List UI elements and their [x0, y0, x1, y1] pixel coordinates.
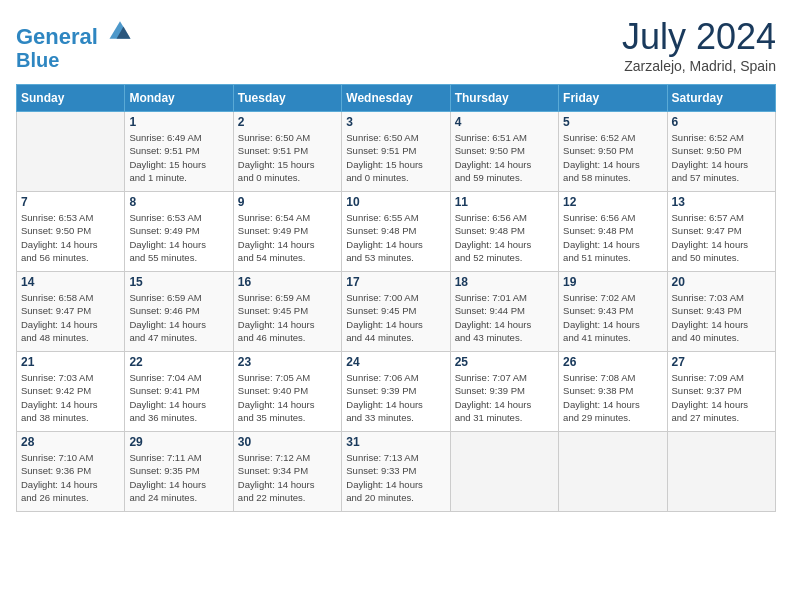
day-info: Sunrise: 7:02 AM Sunset: 9:43 PM Dayligh…	[563, 291, 662, 344]
day-cell: 3Sunrise: 6:50 AM Sunset: 9:51 PM Daylig…	[342, 112, 450, 192]
day-cell: 26Sunrise: 7:08 AM Sunset: 9:38 PM Dayli…	[559, 352, 667, 432]
day-number: 9	[238, 195, 337, 209]
day-info: Sunrise: 7:10 AM Sunset: 9:36 PM Dayligh…	[21, 451, 120, 504]
day-cell: 30Sunrise: 7:12 AM Sunset: 9:34 PM Dayli…	[233, 432, 341, 512]
day-number: 28	[21, 435, 120, 449]
day-info: Sunrise: 7:05 AM Sunset: 9:40 PM Dayligh…	[238, 371, 337, 424]
location: Zarzalejo, Madrid, Spain	[622, 58, 776, 74]
day-number: 26	[563, 355, 662, 369]
day-number: 1	[129, 115, 228, 129]
day-cell: 28Sunrise: 7:10 AM Sunset: 9:36 PM Dayli…	[17, 432, 125, 512]
day-cell: 29Sunrise: 7:11 AM Sunset: 9:35 PM Dayli…	[125, 432, 233, 512]
col-header-monday: Monday	[125, 85, 233, 112]
day-cell: 16Sunrise: 6:59 AM Sunset: 9:45 PM Dayli…	[233, 272, 341, 352]
day-number: 17	[346, 275, 445, 289]
logo-icon	[106, 16, 134, 44]
week-row-3: 14Sunrise: 6:58 AM Sunset: 9:47 PM Dayli…	[17, 272, 776, 352]
day-info: Sunrise: 6:56 AM Sunset: 9:48 PM Dayligh…	[563, 211, 662, 264]
day-info: Sunrise: 6:57 AM Sunset: 9:47 PM Dayligh…	[672, 211, 771, 264]
day-info: Sunrise: 7:01 AM Sunset: 9:44 PM Dayligh…	[455, 291, 554, 344]
logo-line1: General	[16, 24, 98, 49]
day-cell: 20Sunrise: 7:03 AM Sunset: 9:43 PM Dayli…	[667, 272, 775, 352]
day-cell: 5Sunrise: 6:52 AM Sunset: 9:50 PM Daylig…	[559, 112, 667, 192]
day-cell: 6Sunrise: 6:52 AM Sunset: 9:50 PM Daylig…	[667, 112, 775, 192]
day-cell: 24Sunrise: 7:06 AM Sunset: 9:39 PM Dayli…	[342, 352, 450, 432]
day-number: 15	[129, 275, 228, 289]
day-cell: 7Sunrise: 6:53 AM Sunset: 9:50 PM Daylig…	[17, 192, 125, 272]
day-cell: 25Sunrise: 7:07 AM Sunset: 9:39 PM Dayli…	[450, 352, 558, 432]
day-number: 3	[346, 115, 445, 129]
day-info: Sunrise: 6:52 AM Sunset: 9:50 PM Dayligh…	[563, 131, 662, 184]
day-number: 11	[455, 195, 554, 209]
day-info: Sunrise: 7:08 AM Sunset: 9:38 PM Dayligh…	[563, 371, 662, 424]
day-cell: 14Sunrise: 6:58 AM Sunset: 9:47 PM Dayli…	[17, 272, 125, 352]
day-cell	[17, 112, 125, 192]
day-cell	[559, 432, 667, 512]
title-block: July 2024 Zarzalejo, Madrid, Spain	[622, 16, 776, 74]
day-cell: 8Sunrise: 6:53 AM Sunset: 9:49 PM Daylig…	[125, 192, 233, 272]
logo-text: General	[16, 16, 134, 49]
day-cell	[450, 432, 558, 512]
page-header: General Blue July 2024 Zarzalejo, Madrid…	[16, 16, 776, 74]
week-row-4: 21Sunrise: 7:03 AM Sunset: 9:42 PM Dayli…	[17, 352, 776, 432]
day-cell: 31Sunrise: 7:13 AM Sunset: 9:33 PM Dayli…	[342, 432, 450, 512]
day-info: Sunrise: 6:53 AM Sunset: 9:49 PM Dayligh…	[129, 211, 228, 264]
calendar-body: 1Sunrise: 6:49 AM Sunset: 9:51 PM Daylig…	[17, 112, 776, 512]
day-number: 4	[455, 115, 554, 129]
day-cell: 17Sunrise: 7:00 AM Sunset: 9:45 PM Dayli…	[342, 272, 450, 352]
day-cell: 21Sunrise: 7:03 AM Sunset: 9:42 PM Dayli…	[17, 352, 125, 432]
day-cell: 9Sunrise: 6:54 AM Sunset: 9:49 PM Daylig…	[233, 192, 341, 272]
day-info: Sunrise: 6:50 AM Sunset: 9:51 PM Dayligh…	[238, 131, 337, 184]
week-row-2: 7Sunrise: 6:53 AM Sunset: 9:50 PM Daylig…	[17, 192, 776, 272]
day-number: 5	[563, 115, 662, 129]
day-info: Sunrise: 7:12 AM Sunset: 9:34 PM Dayligh…	[238, 451, 337, 504]
day-number: 12	[563, 195, 662, 209]
day-info: Sunrise: 7:04 AM Sunset: 9:41 PM Dayligh…	[129, 371, 228, 424]
day-info: Sunrise: 7:09 AM Sunset: 9:37 PM Dayligh…	[672, 371, 771, 424]
col-header-sunday: Sunday	[17, 85, 125, 112]
day-number: 18	[455, 275, 554, 289]
day-info: Sunrise: 7:00 AM Sunset: 9:45 PM Dayligh…	[346, 291, 445, 344]
calendar-table: SundayMondayTuesdayWednesdayThursdayFrid…	[16, 84, 776, 512]
col-header-tuesday: Tuesday	[233, 85, 341, 112]
day-info: Sunrise: 6:59 AM Sunset: 9:45 PM Dayligh…	[238, 291, 337, 344]
day-cell: 22Sunrise: 7:04 AM Sunset: 9:41 PM Dayli…	[125, 352, 233, 432]
day-cell: 19Sunrise: 7:02 AM Sunset: 9:43 PM Dayli…	[559, 272, 667, 352]
day-info: Sunrise: 6:58 AM Sunset: 9:47 PM Dayligh…	[21, 291, 120, 344]
day-number: 2	[238, 115, 337, 129]
day-number: 25	[455, 355, 554, 369]
col-header-friday: Friday	[559, 85, 667, 112]
day-info: Sunrise: 7:11 AM Sunset: 9:35 PM Dayligh…	[129, 451, 228, 504]
week-row-5: 28Sunrise: 7:10 AM Sunset: 9:36 PM Dayli…	[17, 432, 776, 512]
day-number: 24	[346, 355, 445, 369]
col-header-thursday: Thursday	[450, 85, 558, 112]
day-info: Sunrise: 7:07 AM Sunset: 9:39 PM Dayligh…	[455, 371, 554, 424]
day-cell: 23Sunrise: 7:05 AM Sunset: 9:40 PM Dayli…	[233, 352, 341, 432]
day-info: Sunrise: 6:56 AM Sunset: 9:48 PM Dayligh…	[455, 211, 554, 264]
day-info: Sunrise: 6:50 AM Sunset: 9:51 PM Dayligh…	[346, 131, 445, 184]
day-cell: 4Sunrise: 6:51 AM Sunset: 9:50 PM Daylig…	[450, 112, 558, 192]
logo-line2: Blue	[16, 49, 134, 71]
day-info: Sunrise: 7:03 AM Sunset: 9:43 PM Dayligh…	[672, 291, 771, 344]
day-cell: 13Sunrise: 6:57 AM Sunset: 9:47 PM Dayli…	[667, 192, 775, 272]
day-cell: 1Sunrise: 6:49 AM Sunset: 9:51 PM Daylig…	[125, 112, 233, 192]
day-number: 19	[563, 275, 662, 289]
day-cell: 27Sunrise: 7:09 AM Sunset: 9:37 PM Dayli…	[667, 352, 775, 432]
logo: General Blue	[16, 16, 134, 71]
day-number: 20	[672, 275, 771, 289]
day-number: 8	[129, 195, 228, 209]
day-cell: 10Sunrise: 6:55 AM Sunset: 9:48 PM Dayli…	[342, 192, 450, 272]
day-cell: 15Sunrise: 6:59 AM Sunset: 9:46 PM Dayli…	[125, 272, 233, 352]
day-info: Sunrise: 6:53 AM Sunset: 9:50 PM Dayligh…	[21, 211, 120, 264]
day-info: Sunrise: 6:55 AM Sunset: 9:48 PM Dayligh…	[346, 211, 445, 264]
col-header-saturday: Saturday	[667, 85, 775, 112]
day-number: 14	[21, 275, 120, 289]
day-info: Sunrise: 6:49 AM Sunset: 9:51 PM Dayligh…	[129, 131, 228, 184]
day-cell: 2Sunrise: 6:50 AM Sunset: 9:51 PM Daylig…	[233, 112, 341, 192]
day-info: Sunrise: 7:13 AM Sunset: 9:33 PM Dayligh…	[346, 451, 445, 504]
day-number: 10	[346, 195, 445, 209]
calendar-header-row: SundayMondayTuesdayWednesdayThursdayFrid…	[17, 85, 776, 112]
day-info: Sunrise: 6:59 AM Sunset: 9:46 PM Dayligh…	[129, 291, 228, 344]
month-title: July 2024	[622, 16, 776, 58]
day-cell: 11Sunrise: 6:56 AM Sunset: 9:48 PM Dayli…	[450, 192, 558, 272]
